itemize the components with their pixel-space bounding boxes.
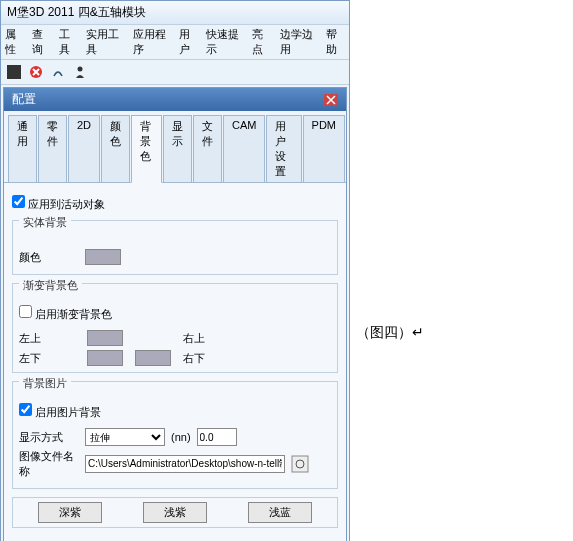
mode-label: 显示方式 [19, 430, 79, 445]
dialog-title: 配置 [12, 91, 36, 108]
tab-2d[interactable]: 2D [68, 115, 100, 182]
menu-learn[interactable]: 边学边用 [280, 27, 318, 57]
menubar: 属性 查询 工具 实用工具 应用程序 用户 快速提示 亮点 边学边用 帮助 [1, 25, 349, 60]
apply-active-checkbox[interactable]: 应用到活动对象 [12, 198, 105, 210]
preset-darkpurple[interactable]: 深紫 [38, 502, 102, 523]
tab-display[interactable]: 显示 [163, 115, 192, 182]
tab-cam[interactable]: CAM [223, 115, 265, 182]
dialog-close-icon[interactable] [324, 94, 338, 106]
size-unit: (nn) [171, 431, 191, 443]
tb-icon-1[interactable] [5, 63, 23, 81]
label-bottom-right: 右下 [183, 351, 243, 366]
menu-tools[interactable]: 工具 [59, 27, 78, 57]
dialog-titlebar: 配置 [4, 88, 346, 111]
preset-buttons: 深紫 浅紫 浅蓝 [12, 497, 338, 528]
label-top-right: 右上 [183, 331, 243, 346]
enable-gradient-checkbox[interactable]: 启用渐变背景色 [19, 308, 112, 320]
svg-rect-4 [292, 456, 308, 472]
tab-bgcolor[interactable]: 背景色 [131, 115, 162, 183]
preset-lightblue[interactable]: 浅蓝 [248, 502, 312, 523]
group-bg-image: 背景图片 启用图片背景 显示方式 拉伸 (nn) 图像文件名称 [12, 381, 338, 489]
tab-color[interactable]: 颜色 [101, 115, 130, 182]
label-top-left: 左上 [19, 331, 79, 346]
swatch-bottom-right[interactable] [135, 350, 171, 366]
swatch-top-left[interactable] [87, 330, 123, 346]
tab-general[interactable]: 通用 [8, 115, 37, 182]
size-input[interactable] [197, 428, 237, 446]
figure-4-label: （图四）↵ [356, 324, 424, 342]
tab-part[interactable]: 零件 [38, 115, 67, 182]
menu-highlights[interactable]: 亮点 [252, 27, 271, 57]
dialog-body: 应用到活动对象 实体背景 颜色 渐变背景色 启用渐变背景色 左上 右 [4, 183, 346, 541]
group-gradient-bg: 渐变背景色 启用渐变背景色 左上 右上 左下 右下 [12, 283, 338, 373]
menu-programs[interactable]: 应用程序 [133, 27, 171, 57]
enable-image-checkbox[interactable]: 启用图片背景 [19, 406, 101, 418]
tabs: 通用 零件 2D 颜色 背景色 显示 文件 CAM 用户设置 PDM [4, 111, 346, 183]
tab-pdm[interactable]: PDM [303, 115, 345, 182]
swatch-bottom-left[interactable] [87, 350, 123, 366]
menu-user[interactable]: 用户 [179, 27, 198, 57]
svg-point-2 [78, 67, 83, 72]
tab-file[interactable]: 文件 [193, 115, 222, 182]
app-title: M堡3D 2011 四&五轴模块 [1, 1, 349, 25]
menu-utilities[interactable]: 实用工具 [86, 27, 124, 57]
app-window: M堡3D 2011 四&五轴模块 属性 查询 工具 实用工具 应用程序 用户 快… [0, 0, 350, 541]
menu-query[interactable]: 查询 [32, 27, 51, 57]
menu-properties[interactable]: 属性 [5, 27, 24, 57]
svg-rect-0 [7, 65, 21, 79]
group-solid-bg: 实体背景 颜色 [12, 220, 338, 275]
color-label: 颜色 [19, 250, 79, 265]
menu-quicktips[interactable]: 快速提示 [206, 27, 244, 57]
menu-help[interactable]: 帮助 [326, 27, 345, 57]
browse-button[interactable] [291, 455, 309, 473]
preset-lightpurple[interactable]: 浅紫 [143, 502, 207, 523]
sub-toolbar [1, 60, 349, 85]
file-path-input[interactable] [85, 455, 285, 473]
close-icon[interactable] [27, 63, 45, 81]
config-dialog: 配置 通用 零件 2D 颜色 背景色 显示 文件 CAM 用户设置 PDM 应用… [3, 87, 347, 541]
mode-combo[interactable]: 拉伸 [85, 428, 165, 446]
file-label: 图像文件名称 [19, 449, 79, 479]
color-swatch[interactable] [85, 249, 121, 265]
person-icon[interactable] [71, 63, 89, 81]
tab-usersettings[interactable]: 用户设置 [266, 115, 301, 182]
label-bottom-left: 左下 [19, 351, 79, 366]
tb-icon-3[interactable] [49, 63, 67, 81]
